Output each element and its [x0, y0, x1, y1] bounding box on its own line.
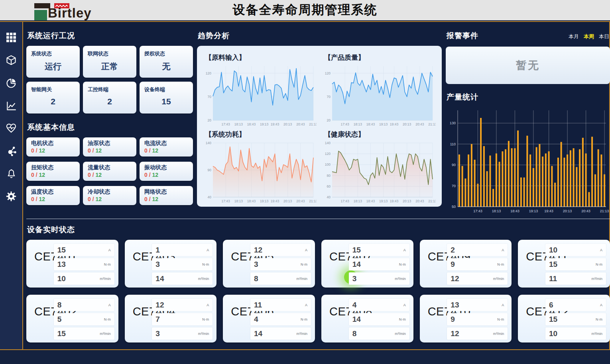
- metric-row: 2 A: [447, 244, 508, 256]
- device-metrics: 1 A 3 N·m 14 m³/min: [152, 244, 213, 287]
- device-metrics: 6 A 15 N·m 10 m³/min: [545, 299, 606, 342]
- system-status-title: 系统运行工况: [27, 31, 193, 41]
- basic-card-label: 电机状态: [31, 140, 75, 147]
- alarm-tab-本月[interactable]: 本月: [569, 33, 579, 40]
- device-metrics: 10 A 15 N·m 11 m³/min: [545, 244, 606, 287]
- alarm-tab-本日[interactable]: 本日: [599, 33, 609, 40]
- middle-column: 趋势分析 【原料输入】 120702017:4318:1318:4319:131…: [197, 27, 442, 214]
- logo-green-block: [34, 10, 47, 20]
- right-column: 报警事件 本月 本周 本日 暂无 产量统计 13011090705017:431…: [446, 27, 610, 214]
- basic-card-ratio: 0 / 12: [31, 147, 75, 154]
- device-card-CE7407[interactable]: CE7407 15 A 14 N·m 3 m³/min: [321, 240, 413, 288]
- sidebar-line-chart-icon[interactable]: [5, 100, 17, 112]
- metric-row: 10 A: [545, 244, 606, 256]
- trend-chart-product_quality: 【产品质量】 120702017:4318:1318:4319:1319:432…: [321, 51, 437, 127]
- metric-row: 14 N·m: [349, 258, 409, 270]
- device-card-CE7406[interactable]: CE7406 11 A 4 N·m 14 m³/min: [223, 295, 315, 342]
- device-card-CE7409[interactable]: CE7409 2 A 9 N·m 12 m³/min: [420, 240, 512, 288]
- metric-row: 14 m³/min: [250, 327, 311, 340]
- logo-text: Birtley: [48, 6, 92, 21]
- basic-info-card: 冷却状态 0 / 12: [83, 186, 136, 205]
- svg-text:17:43: 17:43: [473, 209, 482, 213]
- basic-info-title: 系统基本信息: [27, 122, 193, 133]
- svg-text:19:13: 19:13: [379, 199, 388, 203]
- svg-text:19:43: 19:43: [390, 122, 399, 126]
- metric-row: 15 A: [54, 244, 114, 256]
- metric-row: 12 A: [152, 299, 213, 311]
- sidebar-cube-icon[interactable]: [5, 54, 17, 66]
- device-card-CE7404[interactable]: CE7404 12 A 7 N·m 3 m³/min: [125, 295, 217, 342]
- basic-info-card: 油泵状态 0 / 12: [83, 137, 136, 157]
- basic-info-card: 网络状态 0 / 12: [140, 186, 193, 205]
- svg-text:19:13: 19:13: [529, 209, 538, 213]
- sidebar-apps-grid-icon[interactable]: [5, 31, 17, 43]
- sidebar-pie-chart-icon[interactable]: [5, 77, 17, 89]
- device-card-CE7402[interactable]: CE7402 8 A 5 N·m 15 m³/min: [26, 295, 118, 342]
- metric-value: 4: [352, 301, 357, 309]
- metric-unit: A: [403, 248, 406, 252]
- metric-value: 3: [155, 260, 160, 269]
- metric-value: 11: [254, 301, 262, 309]
- svg-text:17:43: 17:43: [341, 199, 350, 203]
- metric-value: 15: [549, 315, 557, 324]
- metric-row: 12 A: [250, 244, 311, 256]
- trend-chart-title: 【产品质量】: [324, 53, 437, 62]
- sidebar-topology-icon[interactable]: [5, 145, 17, 157]
- device-card-CE7411[interactable]: CE7411 10 A 15 N·m 11 m³/min: [518, 240, 610, 288]
- metric-value: 15: [352, 246, 361, 254]
- svg-text:20:43: 20:43: [296, 122, 305, 126]
- svg-text:100: 100: [325, 162, 331, 166]
- metric-value: 12: [155, 301, 164, 309]
- metric-value: 8: [352, 329, 357, 338]
- metric-row: 8 m³/min: [250, 272, 311, 285]
- metric-value: 3: [352, 274, 357, 283]
- svg-text:90: 90: [452, 163, 456, 167]
- metric-row: 9 N·m: [447, 258, 508, 270]
- metric-unit: A: [600, 303, 602, 307]
- metric-value: 3: [155, 329, 160, 338]
- svg-text:18:43: 18:43: [247, 122, 256, 126]
- device-card-CE7403[interactable]: CE7403 1 A 3 N·m 14 m³/min: [125, 240, 217, 288]
- alarm-tab-本周[interactable]: 本周: [584, 33, 594, 40]
- metric-row: 8 m³/min: [349, 327, 409, 340]
- basic-card-label: 油泵状态: [88, 140, 132, 147]
- basic-card-label: 冷却状态: [88, 188, 132, 196]
- sidebar: [0, 22, 23, 349]
- metric-row: 4 N·m: [250, 313, 311, 325]
- svg-text:17:43: 17:43: [222, 122, 230, 126]
- metric-row: 14 m³/min: [152, 272, 213, 285]
- device-metrics: 4 A 14 N·m 8 m³/min: [349, 299, 409, 342]
- metric-row: 10 m³/min: [54, 272, 114, 285]
- left-column: 系统运行工况 系统状态 运行 联网状态 正常 授权状态 无 智能网关 2 工控终…: [26, 27, 193, 214]
- basic-info-cards: 电机状态 0 / 12 油泵状态 0 / 12 电流状态 0 / 12 扭矩状态…: [26, 137, 193, 205]
- device-card-CE7401[interactable]: CE7401 15 A 13 N·m 10 m³/min: [26, 240, 118, 288]
- metric-unit: N·m: [202, 317, 209, 321]
- svg-text:20:43: 20:43: [415, 122, 424, 126]
- device-card-CE7408[interactable]: CE7408 4 A 14 N·m 8 m³/min: [321, 295, 413, 342]
- metric-row: 13 N·m: [54, 258, 114, 270]
- svg-text:21:13: 21:13: [428, 122, 436, 126]
- sidebar-bell-icon[interactable]: [5, 168, 17, 180]
- device-card-CE7405[interactable]: CE7405 12 A 3 N·m 8 m³/min: [223, 240, 315, 288]
- metric-row: 3 m³/min: [349, 272, 409, 285]
- svg-text:17:43: 17:43: [341, 122, 350, 126]
- basic-info-card: 电机状态 0 / 12: [26, 137, 80, 157]
- sidebar-health-pulse-icon[interactable]: [5, 122, 17, 134]
- device-card-CE7410[interactable]: CE7410 13 A 9 N·m 12 m³/min: [420, 295, 512, 342]
- basic-info-card: 流量状态 0 / 12: [83, 162, 136, 181]
- metric-unit: N·m: [596, 317, 602, 321]
- device-card-CE7412[interactable]: CE7412 6 A 15 N·m 10 m³/min: [518, 295, 610, 342]
- metric-value: 13: [57, 260, 66, 269]
- metric-row: 8 A: [54, 299, 114, 311]
- status-card-value: 运行: [31, 61, 75, 72]
- svg-text:120: 120: [325, 152, 331, 156]
- sidebar-gear-icon[interactable]: [5, 190, 17, 202]
- basic-card-ratio: 0 / 12: [31, 172, 75, 178]
- svg-text:140: 140: [325, 141, 331, 145]
- trend-panel: 【原料输入】 120702017:4318:1318:4319:1319:432…: [197, 46, 442, 207]
- metric-unit: m³/min: [592, 277, 603, 281]
- metric-row: 12 m³/min: [447, 327, 508, 340]
- svg-text:110: 110: [450, 142, 456, 146]
- metric-value: 14: [352, 260, 361, 269]
- trend-chart-raw_input: 【原料输入】 120702017:4318:1318:4319:1319:432…: [202, 51, 318, 127]
